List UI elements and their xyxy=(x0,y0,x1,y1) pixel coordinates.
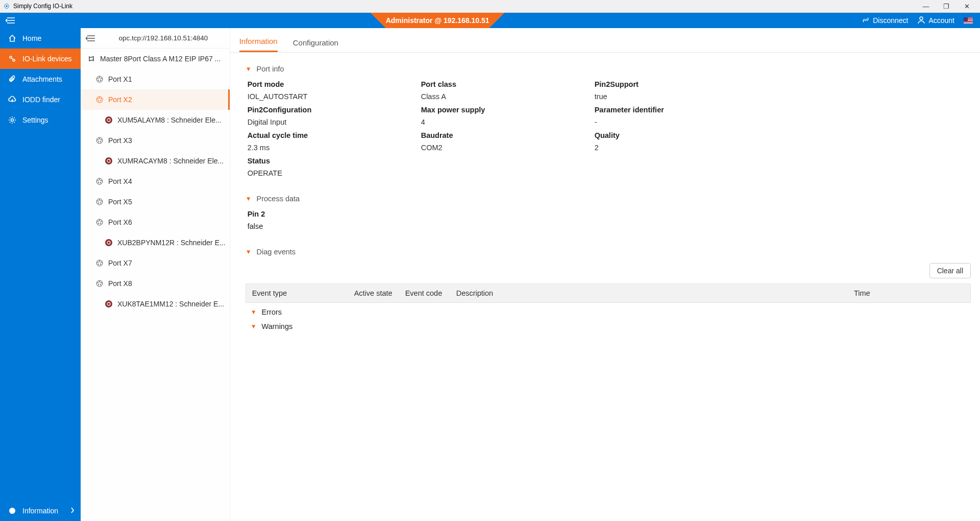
content-panel: Information Configuration ▼ Port info Po… xyxy=(230,28,980,521)
section-process-data[interactable]: ▼ Process data xyxy=(246,195,971,203)
label-status: Status xyxy=(248,157,411,165)
svg-point-47 xyxy=(100,223,101,224)
nav-information[interactable]: i Information xyxy=(0,501,81,521)
svg-point-49 xyxy=(97,221,99,222)
nav-settings[interactable]: Settings xyxy=(0,110,81,130)
nav-iodd-finder[interactable]: IODD finder xyxy=(0,89,81,110)
value-quality: 2 xyxy=(595,144,758,152)
menu-toggle-button[interactable] xyxy=(0,13,20,28)
tree-port[interactable]: Port X7 xyxy=(81,253,230,273)
label-cycle-time: Actual cycle time xyxy=(248,131,411,139)
svg-point-28 xyxy=(101,139,102,140)
svg-point-33 xyxy=(99,179,100,180)
nav-iodd-label: IODD finder xyxy=(22,96,60,104)
tree-port[interactable]: Port X2 xyxy=(81,89,230,110)
nav-iolink-devices[interactable]: IO-Link devices xyxy=(0,49,81,69)
svg-point-16 xyxy=(101,78,102,79)
svg-point-8 xyxy=(11,119,14,122)
content-tabs: Information Configuration xyxy=(230,28,980,53)
nav-iolink-label: IO-Link devices xyxy=(22,55,71,63)
tree-collapse-button[interactable] xyxy=(86,34,95,43)
tree-item-label: Port X6 xyxy=(108,218,132,226)
window-maximize-button[interactable]: ❐ xyxy=(936,3,957,10)
section-diag-events-label: Diag events xyxy=(257,248,296,256)
disconnect-button[interactable]: Disconnect xyxy=(862,16,908,26)
account-button[interactable]: Account xyxy=(917,16,954,26)
app-icon xyxy=(3,3,10,10)
connection-banner-text: Administrator @ 192.168.10.51 xyxy=(386,16,489,25)
value-max-power: 4 xyxy=(421,118,584,126)
tree-port[interactable]: Port X6 xyxy=(81,212,230,232)
tab-configuration[interactable]: Configuration xyxy=(293,32,338,52)
svg-point-19 xyxy=(97,78,99,79)
value-pin2: false xyxy=(248,222,971,230)
svg-point-54 xyxy=(98,264,99,265)
value-param-id: - xyxy=(595,118,758,126)
tree-item-label: Port X7 xyxy=(108,259,132,267)
label-port-mode: Port mode xyxy=(248,80,411,88)
svg-point-60 xyxy=(98,285,99,286)
svg-point-23 xyxy=(100,101,101,102)
tree-item-label: XUMRACAYM8 : Schneider Ele... xyxy=(117,157,224,165)
section-port-info[interactable]: ▼ Port info xyxy=(246,65,971,73)
label-param-id: Parameter identifier xyxy=(595,106,758,114)
tree-item-label: Port X2 xyxy=(108,96,132,104)
tree-port[interactable]: Port X5 xyxy=(81,192,230,212)
language-flag-us[interactable] xyxy=(964,17,973,23)
col-active-state: Active state xyxy=(348,289,399,297)
subsection-warnings[interactable]: ▼ Warnings xyxy=(246,319,971,334)
svg-point-37 xyxy=(97,180,99,181)
diag-table-header: Event type Active state Event code Descr… xyxy=(246,283,971,303)
value-pin2support: true xyxy=(595,92,758,101)
tree-port[interactable]: Port X8 xyxy=(81,273,230,294)
svg-point-22 xyxy=(101,99,102,100)
svg-point-18 xyxy=(98,80,99,81)
col-event-type: Event type xyxy=(246,289,348,297)
chevron-right-icon xyxy=(70,507,75,515)
svg-point-48 xyxy=(98,223,99,224)
svg-point-31 xyxy=(97,139,99,140)
nav-attachments[interactable]: Attachments xyxy=(0,69,81,89)
tree-port[interactable]: Port X1 xyxy=(81,69,230,89)
tree-item-label: Port X5 xyxy=(108,198,132,206)
svg-point-53 xyxy=(100,264,101,265)
clear-all-button[interactable]: Clear all xyxy=(929,263,971,278)
svg-point-17 xyxy=(100,80,101,81)
tree-device[interactable]: XUK8TAE1MM12 : Schneider E... xyxy=(81,294,230,314)
connection-banner: Administrator @ 192.168.10.51 xyxy=(355,13,520,28)
svg-point-35 xyxy=(100,182,101,183)
window-minimize-button[interactable]: — xyxy=(916,3,936,10)
tree-master-label: Master 8Port Class A M12 EIP IP67 ... xyxy=(100,55,220,63)
window-close-button[interactable]: ✕ xyxy=(957,3,977,10)
svg-point-6 xyxy=(10,56,12,58)
caret-down-icon: ▼ xyxy=(251,309,257,316)
tree-master[interactable]: Master 8Port Class A M12 EIP IP67 ... xyxy=(81,49,230,69)
svg-point-7 xyxy=(13,59,15,61)
tree-device[interactable]: XUMRACAYM8 : Schneider Ele... xyxy=(81,151,230,171)
value-baudrate: COM2 xyxy=(421,144,584,152)
tree-item-label: XUK8TAE1MM12 : Schneider E... xyxy=(117,300,224,308)
svg-point-52 xyxy=(101,262,102,263)
col-event-code: Event code xyxy=(399,289,450,297)
tree-port[interactable]: Port X4 xyxy=(81,171,230,192)
tab-information[interactable]: Information xyxy=(239,31,278,52)
svg-point-25 xyxy=(97,99,99,100)
subsection-errors[interactable]: ▼ Errors xyxy=(246,305,971,319)
svg-point-55 xyxy=(97,262,99,263)
section-diag-events[interactable]: ▼ Diag events xyxy=(246,248,971,256)
tree-item-label: Port X8 xyxy=(108,279,132,288)
caret-down-icon: ▼ xyxy=(246,248,252,255)
svg-point-43 xyxy=(97,201,99,202)
tree-item-label: XUB2BPYNM12R : Schneider E... xyxy=(117,239,226,247)
nav-home[interactable]: Home xyxy=(0,28,81,49)
svg-point-5 xyxy=(920,17,923,20)
iolink-icon xyxy=(8,55,16,63)
label-max-power: Max power supply xyxy=(421,106,584,114)
tree-device[interactable]: XUM5ALAYM8 : Schneider Ele... xyxy=(81,110,230,130)
device-tree-panel: opc.tcp://192.168.10.51:4840 Master 8Por… xyxy=(81,28,230,521)
attachment-icon xyxy=(8,75,16,83)
disconnect-label: Disconnect xyxy=(873,16,908,25)
tree-port[interactable]: Port X3 xyxy=(81,130,230,151)
tree-device[interactable]: XUB2BPYNM12R : Schneider E... xyxy=(81,232,230,253)
svg-point-21 xyxy=(99,98,100,99)
